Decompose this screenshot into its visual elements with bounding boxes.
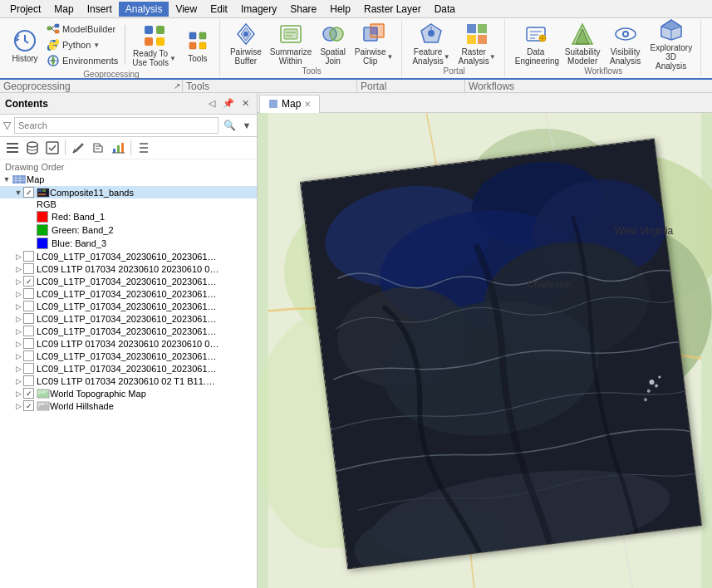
b1-checkbox[interactable] [23,251,34,262]
geoprocessing-expand-icon[interactable]: ↗ [174,81,180,91]
b7-checkbox[interactable] [23,326,34,336]
composite-layer-icon [37,188,50,198]
menu-map[interactable]: Map [47,2,80,17]
menu-raster-layer[interactable]: Raster Layer [357,2,428,17]
list-by-data-source-button[interactable] [23,139,42,157]
search-options-button[interactable]: ▼ [240,119,253,132]
annotation-button[interactable] [89,139,107,157]
b11-checkbox[interactable] [23,375,34,386]
tools-button[interactable]: Tools [181,23,214,66]
suitability-modeler-button[interactable]: SuitabilityModeler [562,22,604,65]
band-blue-label: Blue: Band_3 [52,238,106,248]
topo-checkbox[interactable] [23,388,34,399]
python-icon [47,38,60,51]
menu-analysis[interactable]: Analysis [119,2,169,17]
green-swatch [37,224,48,236]
feature-analysis-icon [418,21,444,47]
visibility-analysis-button[interactable]: VisibilityAnalysis [606,22,646,65]
lc09-b5-item[interactable]: ▷ LC09_L1TP_017034_20230610_20230610_02_… [0,300,257,312]
environments-button[interactable]: Environments [43,53,121,68]
svg-rect-17 [199,42,206,49]
chart-button[interactable] [109,139,127,157]
contents-pin-button[interactable]: 📌 [222,97,235,110]
summarize-within-button[interactable]: SummarizeWithin [267,22,315,65]
hillshade-icon [37,401,50,411]
b4-expand: ▷ [13,289,23,299]
lc09-b6-item[interactable]: ▷ LC09_L1TP_017034_20230610_20230610_02_… [0,312,257,325]
map-tab[interactable]: Map ✕ [259,95,320,113]
exploratory-3d-button[interactable]: Exploratory3D Analysis [647,22,695,65]
history-button[interactable]: History [8,23,42,66]
lc09-b2-item[interactable]: ▷ LC09 L1TP 017034 20230610 20230610 02 … [0,262,257,275]
menu-share[interactable]: Share [283,2,323,17]
map-tab-label: Map [282,98,301,110]
menu-project[interactable]: Project [3,2,47,17]
menu-data[interactable]: Data [428,2,462,17]
blue-swatch [37,238,48,249]
svg-rect-78 [269,100,277,108]
lc09-b11-item[interactable]: ▷ LC09 L1TP 017034 20230610 02 T1 B11.TI… [0,375,257,387]
pairwise-buffer-button[interactable]: PairwiseBuffer [227,22,265,65]
b8-checkbox[interactable] [23,338,34,349]
svg-line-5 [52,28,55,32]
b9-checkbox[interactable] [23,350,34,361]
map-layer-item[interactable]: ▼ Map [0,173,257,186]
b3-checkbox[interactable] [23,276,34,287]
composite-checkbox[interactable] [23,187,34,198]
b6-checkbox[interactable] [23,313,34,324]
band-green-label: Green: Band_2 [52,225,114,235]
feature-analysis-button[interactable]: FeatureAnalysis ▼ [409,22,453,65]
lc09-b3-item[interactable]: ▷ LC09_L1TP_017034_20230610_20230610_02_… [0,275,257,287]
world-hillshade-item[interactable]: ▷ World Hillshade [0,399,257,412]
modelbuilder-button[interactable]: ModelBuilder [43,22,121,37]
menu-help[interactable]: Help [323,2,357,17]
contents-minimize-button[interactable]: ◁ [205,97,219,110]
python-button[interactable]: Python ▼ [43,37,121,52]
menu-edit[interactable]: Edit [204,2,234,17]
vert-group: ModelBuilder Python ▼ [43,22,121,68]
list-by-selection-button[interactable] [43,139,61,157]
data-engineering-label: DataEngineering [515,47,557,66]
b2-checkbox[interactable] [23,263,34,274]
ribbon-group-portal: FeatureAnalysis ▼ RasterAnal [404,20,504,76]
lc09-b7-item[interactable]: ▷ LC09_L1TP_017034_20230610_20230610_02_… [0,325,257,337]
ribbon-content: History M [0,18,712,78]
data-engineering-icon [523,21,549,47]
map-viewport[interactable]: West Virginia Charleston MonongahelaNati… [258,113,712,588]
list-by-drawing-order-button[interactable] [3,139,22,157]
tools-label: Tools [188,54,207,63]
lc09-b9-item[interactable]: ▷ LC09_L1TP_017034_20230610_20230610_02_… [0,350,257,362]
b10-checkbox[interactable] [23,363,34,374]
spatial-join-button[interactable]: SpatialJoin [317,22,350,65]
satellite-image [300,139,702,570]
draw-tool-button[interactable] [69,139,87,157]
hillshade-checkbox[interactable] [23,400,34,411]
search-input[interactable] [14,117,219,134]
svg-rect-62 [121,143,124,153]
composite-layer-name: Composite11_bands [50,188,134,198]
pairwise-clip-button[interactable]: PairwiseClip ▼ [351,22,397,65]
search-icon[interactable]: 🔍 [222,118,237,133]
lc09-b1-item[interactable]: ▷ LC09_L1TP_017034_20230610_20230610_02_… [0,250,257,262]
svg-point-26 [330,27,343,41]
raster-analysis-button[interactable]: RasterAnalysis ▼ [455,22,499,65]
svg-rect-73 [38,189,42,192]
expand-all-button[interactable] [135,139,153,157]
lc09-b4-item[interactable]: ▷ LC09_L1TP_017034_20230610_20230610_02_… [0,287,257,300]
b5-checkbox[interactable] [23,301,34,311]
data-engineering-button[interactable]: DataEngineering [512,22,560,65]
contents-header-buttons: ◁ 📌 ✕ [205,97,252,110]
b4-checkbox[interactable] [23,288,34,299]
ready-to-use-button[interactable]: Ready ToUse Tools ▼ [129,23,179,66]
map-tab-close[interactable]: ✕ [304,100,311,109]
b4-name: LC09_L1TP_017034_20230610_20230610_02_T1… [37,289,219,299]
composite-layer-item[interactable]: ▼ Composite11_bands [0,186,257,198]
menu-view[interactable]: View [169,2,204,17]
lc09-b10-item[interactable]: ▷ LC09_L1TP_017034_20230610_20230610_02_… [0,362,257,375]
svg-rect-61 [117,145,120,153]
lc09-b8-item[interactable]: ▷ LC09 L1TP 017034 20230610 20230610 02 … [0,337,257,350]
menu-imagery[interactable]: Imagery [234,2,283,17]
world-topo-item[interactable]: ▷ World Topographic Map [0,387,257,399]
contents-close-button[interactable]: ✕ [238,97,252,110]
menu-insert[interactable]: Insert [81,2,119,17]
